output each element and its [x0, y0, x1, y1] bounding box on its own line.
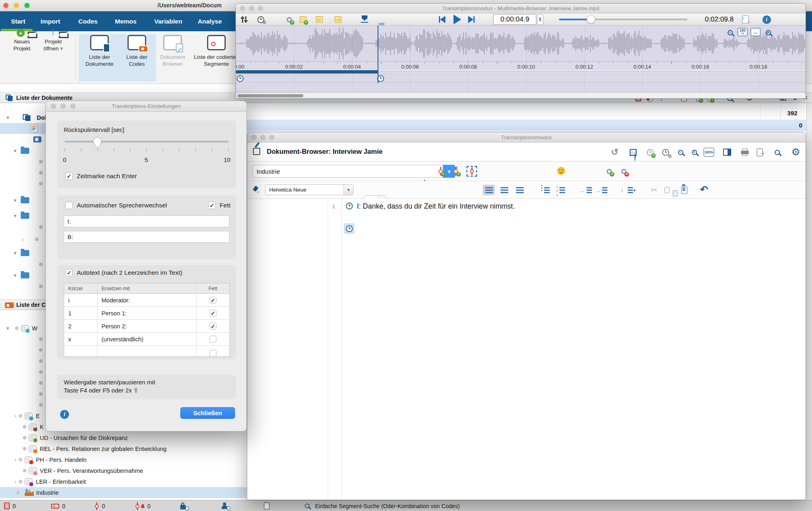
code-row-selected[interactable]: Industrie	[0, 487, 247, 498]
line-spacing-button[interactable]: ↕▾	[621, 185, 635, 195]
outdent-button[interactable]: ←	[580, 185, 592, 195]
wave-zoom-level[interactable]: 100 %	[738, 28, 747, 36]
timestamp-rows[interactable]	[236, 73, 806, 92]
search-icon[interactable]	[773, 148, 782, 157]
code-new-icon[interactable]: +	[436, 167, 445, 176]
code-row[interactable]: › PH - Pers. Handeln	[0, 454, 247, 465]
undo-button[interactable]: ↶	[699, 183, 709, 196]
timestamp-settings-icon[interactable]: ⚙	[661, 147, 670, 157]
minimize-traffic-light[interactable]	[14, 3, 19, 8]
play-button[interactable]	[452, 15, 462, 24]
emoticode-icon[interactable]	[557, 166, 566, 175]
chevron-open-icon[interactable]: ▾	[6, 325, 9, 331]
close-traffic-light[interactable]	[51, 103, 56, 109]
chevron-open-icon[interactable]: ▾	[14, 197, 17, 203]
chevron-open-icon[interactable]: ▾	[14, 250, 17, 256]
wave-zoom-out-icon[interactable]: −	[726, 28, 734, 37]
settings-gear-icon[interactable]: ⚙	[790, 146, 801, 157]
autotext-checkbox[interactable]	[65, 269, 73, 276]
close-traffic-light[interactable]	[251, 135, 257, 140]
cut-button[interactable]: ✂	[649, 184, 659, 196]
code-row[interactable]: › LER - Erlernbarkeit	[0, 476, 247, 487]
chevron-closed-icon[interactable]: ›	[15, 413, 16, 419]
undo-timestamp-icon[interactable]: ↺	[610, 147, 620, 157]
weight-filter-icon[interactable]	[180, 502, 188, 510]
multimedia-scrollbar[interactable]	[236, 92, 806, 99]
chevron-open-icon[interactable]: ▾	[6, 114, 9, 121]
timestamp-clock-icon[interactable]	[236, 74, 244, 82]
code-boxed-icon[interactable]	[466, 166, 477, 177]
memo-prev-icon[interactable]: ←	[315, 15, 324, 24]
wave-zoom-in-icon[interactable]: +	[764, 28, 773, 37]
minimize-traffic-light[interactable]	[260, 135, 266, 140]
dialog-info-icon[interactable]: i	[60, 410, 69, 419]
quick-code-field[interactable]: Industrie ▾	[252, 165, 455, 178]
wave-fit-width-icon[interactable]: ↔	[751, 28, 760, 36]
code-link-add-icon[interactable]: +	[285, 15, 294, 24]
chevron-open-icon[interactable]: ▾	[14, 148, 17, 154]
playhead[interactable]	[378, 26, 378, 83]
tab-codes[interactable]: Codes	[78, 11, 97, 31]
zoom-100-icon[interactable]: 100%	[704, 148, 714, 157]
previous-track-button[interactable]	[437, 15, 447, 24]
link-remove-icon[interactable]: ✕	[619, 167, 628, 176]
coded-segments-button[interactable]: Liste der codiertenSegmente	[192, 35, 241, 67]
minimize-traffic-light[interactable]	[60, 103, 66, 109]
doc-table-row-selected[interactable]: 0	[247, 120, 812, 131]
row-bold-checkbox[interactable]	[209, 297, 216, 304]
timestamp-clock-icon[interactable]	[345, 201, 354, 210]
info-icon[interactable]: i	[762, 15, 771, 24]
slider-thumb[interactable]	[93, 137, 102, 146]
close-traffic-light[interactable]	[3, 3, 9, 8]
timeline-ruler[interactable]: 0:00 0:00:02 0:00:04 0:00:06 0:00:08 0:0…	[236, 61, 806, 70]
format-paint-icon[interactable]	[252, 185, 262, 195]
rewind-slider[interactable]	[65, 138, 229, 148]
document-content[interactable]: 1 I: Danke, dass du dir Zeit für ein Int…	[247, 199, 806, 500]
minimize-traffic-light[interactable]	[249, 6, 254, 11]
user-icon[interactable]	[222, 502, 229, 510]
zoom-traffic-light[interactable]	[70, 103, 76, 109]
current-time-field[interactable]: 0:00:04.9	[493, 14, 536, 25]
autotext-row[interactable]: 2Person 2:	[64, 319, 229, 332]
chevron-closed-icon[interactable]: ›	[15, 457, 16, 463]
document-browser-button[interactable]: DokumentBrowser	[148, 35, 197, 67]
bullet-list-button[interactable]	[540, 185, 551, 195]
sync-mode-icon[interactable]	[240, 15, 248, 24]
paste-button[interactable]	[679, 185, 689, 195]
speaker-1-field[interactable]	[64, 216, 229, 227]
code-row[interactable]: UD - Ursachen für die Diskrepanz	[0, 432, 247, 443]
code-row[interactable]: REL - Pers. Relationen zur globalen Entw…	[0, 443, 247, 454]
memo-next-icon[interactable]: →	[333, 15, 342, 24]
tab-start[interactable]: Start	[11, 11, 25, 31]
tab-analyse[interactable]: Analyse	[198, 11, 222, 31]
zoom-in-icon[interactable]: +	[690, 148, 699, 157]
autotext-table[interactable]: Kürzel Ersetzen mit Fett iModerator: 1Pe…	[64, 283, 230, 357]
chevron-closed-icon[interactable]: ›	[15, 479, 16, 485]
tab-variablen[interactable]: Variablen	[154, 11, 182, 31]
row-bold-checkbox[interactable]	[209, 350, 216, 357]
link-add-icon[interactable]: +	[605, 167, 613, 176]
autotext-row[interactable]: iModerator:	[64, 293, 229, 306]
numbered-list-button[interactable]: 123	[556, 185, 566, 195]
timestamp-table-icon[interactable]	[628, 147, 638, 157]
chevron-open-icon[interactable]: ▾	[14, 272, 17, 278]
bold-speaker-checkbox[interactable]	[208, 202, 216, 209]
doc-table-row-total[interactable]: 392	[247, 103, 812, 120]
document-status-icon[interactable]	[264, 502, 270, 509]
close-traffic-light[interactable]	[240, 6, 245, 11]
copy-button[interactable]	[665, 185, 674, 195]
time-stepper[interactable]: ▲▼	[537, 14, 543, 25]
row-bold-checkbox[interactable]	[209, 310, 216, 317]
row-bold-checkbox[interactable]	[209, 323, 216, 330]
sidebar-toggle-icon[interactable]	[722, 148, 732, 157]
waveform[interactable]: − 100 % ↔ +	[236, 26, 806, 61]
open-project-button[interactable]: ↑ Projektöffnen ▾	[29, 35, 78, 52]
timestamp-after-enter-checkbox[interactable]	[65, 172, 73, 180]
print-icon[interactable]	[740, 148, 750, 157]
timestamp-add-icon[interactable]: +	[645, 147, 655, 157]
align-left-button[interactable]	[483, 185, 495, 195]
timestamp-settings-icon[interactable]: ⚙	[256, 15, 265, 24]
transcript-text[interactable]: I: Danke, dass du dir Zeit für ein Inter…	[357, 202, 515, 211]
zoom-traffic-light[interactable]	[258, 6, 263, 11]
autotext-row[interactable]: x(unverständlich)	[64, 332, 229, 345]
